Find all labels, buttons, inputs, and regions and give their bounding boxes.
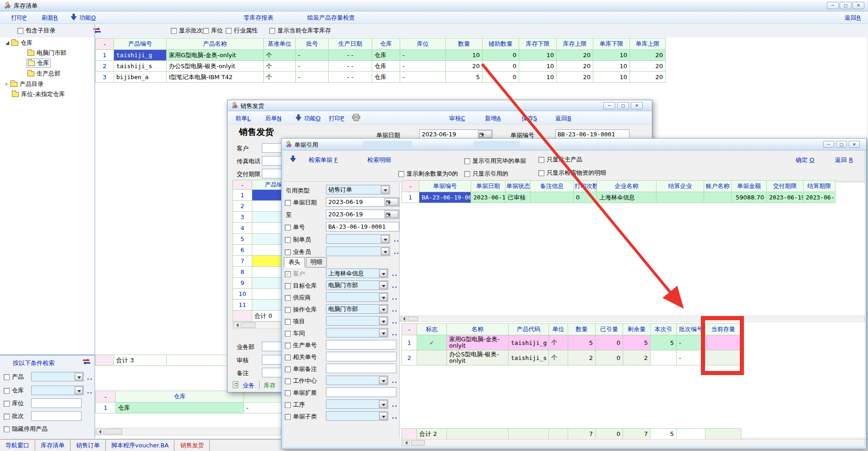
doc-subtype-checkbox[interactable]: 单据子类 xyxy=(285,413,317,421)
printer-icon[interactable] xyxy=(352,114,360,123)
assembly-check-link[interactable]: 组装产品存量检查 xyxy=(307,14,355,22)
scroll-left-icon[interactable] xyxy=(401,317,407,321)
calendar-icon[interactable] xyxy=(478,130,492,138)
table-row[interactable]: 2taishiji_s办公S型电脑-银奥-onlyit个-- -仓库-20010… xyxy=(96,61,666,72)
save-button[interactable]: 保存S xyxy=(521,114,537,123)
search-warehouse-checkbox[interactable]: 仓库 xyxy=(4,387,24,395)
minimize-icon[interactable]: ─ xyxy=(603,102,615,109)
print-button[interactable]: 打印P xyxy=(11,14,27,22)
show-zero-stock-checkbox[interactable]: 显示当前仓库零库存 xyxy=(269,27,331,35)
work-center-checkbox[interactable]: 工作中心 xyxy=(285,377,317,385)
include-subdir-checkbox[interactable]: 包含子目录 xyxy=(17,27,55,35)
chevron-down-icon[interactable] xyxy=(379,305,387,313)
search-product-checkbox[interactable]: 产品 xyxy=(4,373,24,381)
doc-extend-input[interactable] xyxy=(326,387,396,397)
scrollbar-thumb[interactable] xyxy=(242,322,255,328)
ref-type-select[interactable]: 销售订单 xyxy=(326,185,390,194)
date-from-input[interactable]: 2023-06-19 xyxy=(326,197,399,207)
only-main-product-checkbox[interactable]: 只显示主产品 xyxy=(538,156,582,164)
maximize-icon[interactable]: ▢ xyxy=(617,102,629,109)
back-button[interactable]: 返回 R xyxy=(835,156,853,164)
doc-subtype-select[interactable] xyxy=(326,411,388,421)
search-doc-button[interactable]: 检索单据 F xyxy=(309,156,338,164)
search-warehouse-select[interactable] xyxy=(31,386,84,395)
function-arrow-icon[interactable] xyxy=(290,156,296,163)
table-row[interactable]: 1taishiji_g家用G型电脑-金奥-onlyit个-- -仓库-10010… xyxy=(96,50,666,61)
date-to-input[interactable]: 2023-06-19 xyxy=(326,209,399,219)
scrollbar-thumb[interactable] xyxy=(411,440,425,446)
taskbar-item-sales-delivery-active[interactable]: 销售发货 xyxy=(174,440,210,451)
search-detail-button[interactable]: 检索明细 xyxy=(367,156,391,164)
minimize-icon[interactable]: ─ xyxy=(827,2,839,9)
taskbar-item-sales-order[interactable]: 销售订单 xyxy=(71,440,106,451)
browse-button[interactable]: .. xyxy=(392,413,398,420)
industry-checkbox[interactable]: 行业属性 xyxy=(226,27,258,35)
maker-select[interactable] xyxy=(326,234,390,244)
only-searched-material-checkbox[interactable]: 只显示检索物资的明细 xyxy=(538,169,606,177)
tree-item-warehouse-selected[interactable]: 仓库 xyxy=(27,59,50,67)
tab-business[interactable]: 业务 xyxy=(243,381,255,390)
production-no-input[interactable] xyxy=(326,340,396,349)
scroll-left-icon[interactable] xyxy=(402,440,410,446)
chevron-down-icon[interactable] xyxy=(379,269,387,277)
maximize-icon[interactable]: ▢ xyxy=(840,2,852,9)
chevron-down-icon[interactable] xyxy=(379,412,387,420)
chevron-down-icon[interactable] xyxy=(381,247,389,255)
table-row[interactable]: 1BA-23-06-19-00012023-06-19已审核0上海林伞信息590… xyxy=(402,192,835,203)
back-button[interactable]: 返回R xyxy=(845,14,861,22)
chevron-down-icon[interactable] xyxy=(381,186,389,193)
browse-button[interactable]: .. xyxy=(392,295,398,301)
function-arrow-icon[interactable] xyxy=(71,14,76,21)
doc-remark-input[interactable] xyxy=(326,364,396,373)
work-center-select[interactable] xyxy=(326,376,388,385)
chevron-down-icon[interactable] xyxy=(379,329,387,337)
table-row[interactable]: 3bijiben_aI型笔记本电脑-IBM T42个-- -仓库-5010201… xyxy=(96,72,666,83)
show-zero-remaining-checkbox[interactable]: 显示剩余数量为0的 xyxy=(398,170,458,178)
chevron-down-icon[interactable] xyxy=(379,376,387,384)
ref-mid-scrollbar[interactable] xyxy=(400,316,865,322)
tab-detail[interactable]: 明细 xyxy=(306,257,327,268)
function-button[interactable]: 功能O xyxy=(304,114,320,123)
doc-no-checkbox[interactable]: 单号 xyxy=(285,223,305,231)
prev-doc-button[interactable]: 前单L xyxy=(235,114,250,123)
chevron-down-icon[interactable] xyxy=(75,387,83,394)
tree-collapsed-icon[interactable] xyxy=(5,82,8,86)
refresh-button[interactable]: 刷新R xyxy=(42,14,58,22)
doc-remark-checkbox[interactable]: 单据备注 xyxy=(285,365,317,373)
tree-root-warehouse[interactable]: 仓库 xyxy=(5,39,33,47)
workshop-select[interactable] xyxy=(326,328,388,338)
minimize-icon[interactable]: ─ xyxy=(823,141,834,148)
print-button[interactable]: 打印P xyxy=(329,114,344,123)
show-completed-checkbox[interactable]: 显示引用完毕的单据 xyxy=(464,157,526,165)
tree-item-unassigned-location[interactable]: 库位-未指定仓库 xyxy=(12,90,65,98)
browse-button[interactable]: .. xyxy=(392,402,398,408)
clerk-select[interactable] xyxy=(326,247,390,256)
ok-button[interactable]: 确定 O xyxy=(796,156,814,164)
only-referenced-checkbox[interactable]: 只显示引用的 xyxy=(464,170,508,178)
hide-disabled-checkbox[interactable]: 隐藏停用产品 xyxy=(4,425,48,433)
clerk-checkbox[interactable]: 业务员 xyxy=(285,248,311,256)
production-no-checkbox[interactable]: 生产单号 xyxy=(285,341,317,349)
location-checkbox[interactable]: 库位 xyxy=(203,27,223,35)
calendar-icon[interactable] xyxy=(385,198,398,206)
close-icon[interactable]: ✕ xyxy=(631,102,643,109)
browse-button[interactable]: .. xyxy=(392,283,398,289)
tree-expanded-icon[interactable] xyxy=(5,41,9,45)
tree-item-computer-store[interactable]: 电脑门市部 xyxy=(27,49,66,57)
maximize-icon[interactable]: ▢ xyxy=(836,141,847,148)
chevron-down-icon[interactable] xyxy=(379,317,387,325)
doc-no-input[interactable]: BB-23-06-19-0001 xyxy=(555,129,629,139)
maker-checkbox[interactable]: 制单员 xyxy=(285,236,311,244)
chevron-down-icon[interactable] xyxy=(379,281,387,289)
new-button[interactable]: 新增A xyxy=(485,114,501,123)
related-no-input[interactable] xyxy=(326,352,396,361)
workshop-checkbox[interactable]: 车间 xyxy=(285,329,305,338)
table-row[interactable]: 1✓家用G型电脑-金奥-onlyittaishiji_g个5055- xyxy=(402,335,741,350)
back-button[interactable]: 返回B xyxy=(555,114,571,123)
table-row[interactable]: 1仓库- xyxy=(96,403,299,413)
tree-item-product-catalog[interactable]: 产品目录 xyxy=(5,80,43,88)
date-filter-checkbox[interactable]: 单据日期 xyxy=(285,199,317,207)
scrollbar-thumb[interactable] xyxy=(408,317,418,321)
tree-item-production-hq[interactable]: 生产总部 xyxy=(27,70,60,78)
operating-warehouse-checkbox[interactable]: 操作仓库 xyxy=(285,306,317,314)
